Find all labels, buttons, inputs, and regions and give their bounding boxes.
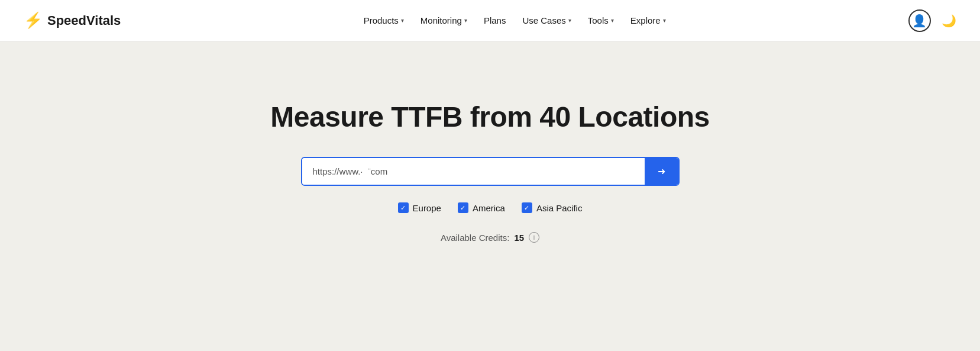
checkbox-asia-pacific-label: Asia Pacific [536,203,583,213]
search-button[interactable]: ➜ [645,158,678,185]
user-avatar[interactable]: 👤 [908,9,931,32]
search-container: ➜ [301,157,680,186]
chevron-down-icon: ▾ [401,17,404,24]
credits-row: Available Credits: 15 i [441,232,539,243]
chevron-down-icon: ▾ [611,17,614,24]
checkbox-america[interactable]: ✓ America [458,202,505,213]
checkbox-america-indicator: ✓ [458,202,468,213]
dark-mode-toggle[interactable]: 🌙 [942,14,956,28]
checkbox-asia-pacific-indicator: ✓ [522,202,532,213]
checkbox-asia-pacific[interactable]: ✓ Asia Pacific [522,202,583,213]
checkbox-europe[interactable]: ✓ Europe [398,202,441,213]
navbar-actions: 👤 🌙 [908,9,956,32]
brand-logo[interactable]: ⚡ SpeedVitals [24,11,121,30]
lightning-icon: ⚡ [24,11,43,30]
navbar: ⚡ SpeedVitals Products ▾ Monitoring ▾ Pl… [0,0,980,41]
hero-title: Measure TTFB from 40 Locations [270,101,709,133]
nav-item-use-cases[interactable]: Use Cases ▾ [522,15,571,25]
nav-item-plans[interactable]: Plans [484,15,506,25]
arrow-right-icon: ➜ [658,166,665,177]
credits-label: Available Credits: [441,233,509,243]
checkbox-europe-indicator: ✓ [398,202,409,213]
checkbox-america-label: America [473,203,505,213]
nav-menu: Products ▾ Monitoring ▾ Plans Use Cases … [364,15,666,25]
checkbox-europe-label: Europe [413,203,441,213]
region-checkboxes: ✓ Europe ✓ America ✓ Asia Pacific [398,202,583,213]
chevron-down-icon: ▾ [568,17,571,24]
url-input[interactable] [302,158,645,185]
check-icon: ✓ [460,205,465,211]
chevron-down-icon: ▾ [663,17,666,24]
nav-item-tools[interactable]: Tools ▾ [588,15,614,25]
check-icon: ✓ [400,205,406,211]
check-icon: ✓ [524,205,529,211]
brand-name: SpeedVitals [47,13,121,28]
nav-item-explore[interactable]: Explore ▾ [630,15,666,25]
credits-value: 15 [514,233,524,243]
nav-item-monitoring[interactable]: Monitoring ▾ [421,15,467,25]
user-icon: 👤 [912,14,927,28]
nav-item-products[interactable]: Products ▾ [364,15,404,25]
info-icon[interactable]: i [529,232,539,243]
chevron-down-icon: ▾ [464,17,467,24]
main-content: Measure TTFB from 40 Locations ➜ ✓ Europ… [0,41,980,278]
